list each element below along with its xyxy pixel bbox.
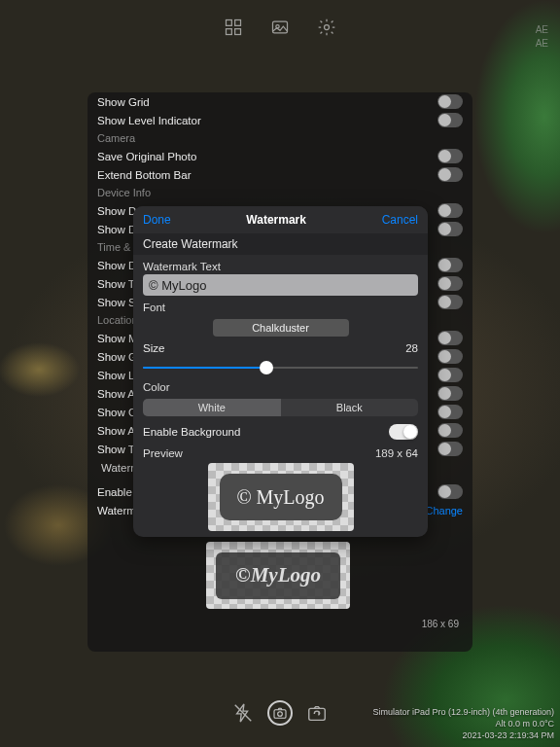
settings-row-label: Save Original Photo xyxy=(97,151,196,162)
modal-header: Done Watermark Cancel xyxy=(133,206,428,233)
settings-row-label: Show Grid xyxy=(97,96,150,108)
shutter-button[interactable] xyxy=(267,700,293,726)
cancel-button[interactable]: Cancel xyxy=(382,213,418,227)
svg-rect-8 xyxy=(274,710,286,719)
settings-toggle[interactable] xyxy=(438,331,463,345)
svg-rect-1 xyxy=(235,20,241,26)
settings-row[interactable]: Save Original Photo xyxy=(88,147,472,165)
svg-point-9 xyxy=(278,712,283,717)
settings-row[interactable]: Show Grid xyxy=(88,92,472,111)
device-info-overlay: Simulator iPad Pro (12.9-inch) (4th gene… xyxy=(372,706,554,741)
flash-icon[interactable] xyxy=(232,702,254,724)
settings-toggle[interactable] xyxy=(438,484,463,499)
modal-subtitle: Create Watermark xyxy=(133,233,428,255)
settings-toggle[interactable] xyxy=(438,276,463,291)
font-select-button[interactable]: Chalkduster xyxy=(213,319,349,337)
svg-rect-10 xyxy=(309,708,326,720)
settings-row-label: Show Level Indicator xyxy=(97,115,201,126)
settings-toggle[interactable] xyxy=(438,149,463,163)
top-toolbar xyxy=(0,18,560,41)
change-link[interactable]: Change xyxy=(425,505,463,516)
settings-toggle[interactable] xyxy=(438,94,463,109)
modal-title: Watermark xyxy=(246,213,306,227)
settings-row-label: Extend Bottom Bar xyxy=(97,169,192,181)
panel-preview-dimensions: 186 x 69 xyxy=(422,619,459,629)
settings-toggle[interactable] xyxy=(438,442,463,456)
color-label: Color xyxy=(133,375,428,395)
settings-toggle[interactable] xyxy=(438,368,463,382)
size-slider[interactable] xyxy=(143,360,418,375)
size-value: 28 xyxy=(405,342,418,354)
section-header: Camera xyxy=(88,129,472,147)
panel-watermark-preview: ©MyLogo xyxy=(206,542,350,609)
section-header: Device Info xyxy=(88,184,472,201)
size-label: Size xyxy=(143,342,164,354)
color-option-black[interactable]: Black xyxy=(281,399,419,416)
settings-toggle[interactable] xyxy=(438,349,463,364)
gear-icon[interactable] xyxy=(317,18,336,37)
svg-rect-0 xyxy=(227,20,232,26)
settings-toggle[interactable] xyxy=(438,222,463,236)
svg-rect-3 xyxy=(235,29,241,35)
settings-toggle[interactable] xyxy=(438,295,463,309)
settings-toggle[interactable] xyxy=(438,167,463,182)
image-icon[interactable] xyxy=(270,18,290,37)
font-label: Font xyxy=(133,296,428,315)
preview-label: Preview xyxy=(143,447,183,459)
done-button[interactable]: Done xyxy=(143,213,171,227)
watermark-modal: Done Watermark Cancel Create Watermark W… xyxy=(133,206,428,537)
svg-rect-2 xyxy=(227,29,232,35)
modal-watermark-box: © MyLogo xyxy=(220,474,342,520)
color-option-white[interactable]: White xyxy=(143,399,281,416)
svg-point-6 xyxy=(325,25,330,30)
watermark-text-label: Watermark Text xyxy=(133,255,428,274)
settings-toggle[interactable] xyxy=(438,405,463,419)
settings-row[interactable]: Extend Bottom Bar xyxy=(88,165,472,184)
modal-watermark-preview: © MyLogo xyxy=(208,463,354,531)
enable-background-toggle[interactable] xyxy=(389,424,418,440)
enable-background-label: Enable Background xyxy=(143,426,240,438)
settings-toggle[interactable] xyxy=(438,423,463,438)
watermark-text-input[interactable]: © MyLogo xyxy=(143,274,418,296)
preview-dimensions: 189 x 64 xyxy=(375,447,418,459)
switch-camera-icon[interactable] xyxy=(306,702,328,724)
grid-icon[interactable] xyxy=(224,18,243,37)
color-segmented-control[interactable]: White Black xyxy=(143,399,418,416)
settings-row[interactable]: Show Level Indicator xyxy=(88,111,472,129)
settings-toggle[interactable] xyxy=(438,258,463,272)
settings-toggle[interactable] xyxy=(438,113,463,127)
settings-toggle[interactable] xyxy=(438,386,463,401)
settings-toggle[interactable] xyxy=(438,203,463,218)
panel-watermark-box: ©MyLogo xyxy=(216,552,340,599)
